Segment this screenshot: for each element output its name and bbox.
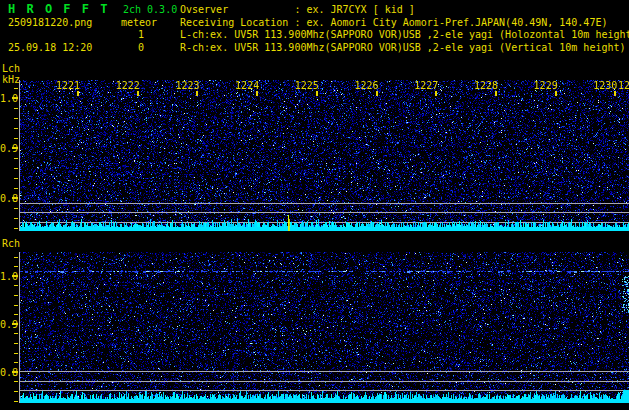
freq-tick [14,118,18,119]
lch-channel-label: Lch [2,63,20,74]
time-tick [495,91,497,96]
lch-axis-line [19,80,20,231]
freq-tick [14,266,18,267]
timestamp: 25.09.18 12:20 [8,42,92,53]
freq-label: 0.8 [0,193,12,204]
app-version: 2ch 0.3.0 [123,4,177,15]
freq-label: 0.9 [0,143,12,154]
freq-tick [14,353,18,354]
freq-tick [14,228,18,229]
time-label: 1230 [593,81,617,91]
freq-tick [14,88,18,89]
freq-tick [14,401,18,402]
freq-tick [14,305,18,306]
freq-tick [12,197,18,199]
freq-tick [14,218,18,219]
time-label: 1228 [474,81,498,91]
output-filename: 2509181220.png [8,17,92,28]
meteor-count-rch: 0 [114,42,144,53]
observer-info-line: Ovserver : ex. JR7CYX [ kid ] [180,5,415,15]
rch-axis-line [19,252,20,403]
hrofft-window: H R O F F T 2ch 0.3.0 2509181220.png met… [0,0,629,410]
freq-tick [12,323,18,325]
freq-tick [14,138,18,139]
freq-label: 0.8 [0,367,12,378]
mode-label: meteor [121,17,157,28]
lch-receiver-info-line: L-ch:ex. UV5R 113.900Mhz(SAPPORO VOR)USB… [180,30,629,40]
freq-tick [12,147,18,149]
freq-tick [12,97,18,99]
freq-label: 1.0 [0,271,12,282]
rch-channel-label: Rch [2,238,20,249]
time-label: 1226 [355,81,379,91]
freq-tick [12,275,18,277]
frequency-unit-label: kHz [2,74,20,85]
time-tick [256,91,258,96]
freq-tick [14,158,18,159]
time-tick [614,91,616,96]
time-tick [435,91,437,96]
time-label: 1221 [56,81,80,91]
lch-spectrogram [20,80,629,231]
freq-tick [12,371,18,373]
freq-tick [14,168,18,169]
freq-tick [14,381,18,382]
freq-tick [14,257,18,258]
time-label: 1227 [414,81,438,91]
freq-tick [14,188,18,189]
freq-tick [14,343,18,344]
freq-tick [14,295,18,296]
rch-spectrogram [20,252,629,403]
app-title: H R O F F T [8,3,109,15]
time-tick [555,91,557,96]
rch-receiver-info-line: R-ch:ex. UV5R 113.900Mhz(SAPPORO VOR)USB… [180,43,626,53]
time-label: 1223 [175,81,199,91]
time-tick [77,91,79,96]
freq-tick [14,178,18,179]
time-tick [376,91,378,96]
location-info-line: Receiving Location : ex. Aomori City Aom… [180,18,607,28]
freq-label: 0.9 [0,319,12,330]
time-label: 1224 [235,81,259,91]
time-tick [316,91,318,96]
time-label: 1225 [295,81,319,91]
freq-tick [14,208,18,209]
freq-tick [14,128,18,129]
freq-tick [14,285,18,286]
freq-label: 1.0 [0,93,12,104]
freq-tick [14,362,18,363]
time-label: 1229 [534,81,558,91]
time-label: 1222 [116,81,140,91]
freq-tick [14,108,18,109]
freq-tick [14,333,18,334]
time-tick [196,91,198,96]
time-label-partial: 12 [618,81,629,91]
meteor-count-lch: 1 [114,29,144,40]
time-tick [137,91,139,96]
freq-tick [14,314,18,315]
freq-tick [14,391,18,392]
